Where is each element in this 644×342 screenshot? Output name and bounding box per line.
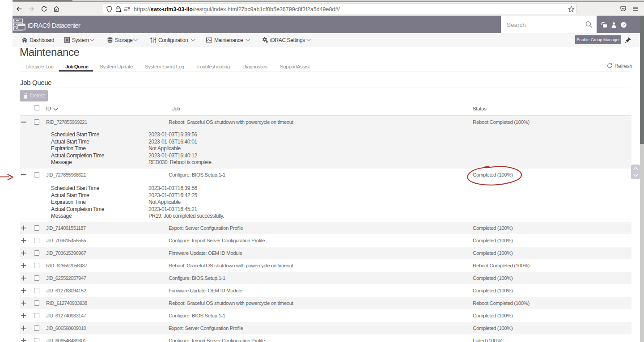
svg-text:?: ? [623, 22, 625, 27]
